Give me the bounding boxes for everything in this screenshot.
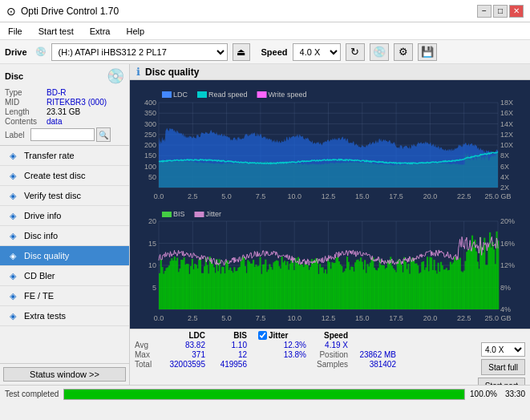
sidebar-item-disc-quality[interactable]: ◈ Disc quality: [0, 246, 129, 266]
sidebar-item-transfer-rate[interactable]: ◈ Transfer rate: [0, 146, 129, 166]
drive-toolbar: Drive 💿 (H:) ATAPI iHBS312 2 PL17 ⏏ Spee…: [0, 40, 530, 64]
disc-length-value: 23.31 GB: [47, 107, 80, 116]
disc-contents-row: Contents data: [5, 117, 124, 126]
title-bar-controls: − □ ✕: [477, 5, 524, 18]
stats-max-row: Max 371 12 13.8% Position 23862 MB: [135, 350, 470, 359]
avg-label: Avg: [135, 341, 157, 349]
speed-label: Speed: [261, 47, 288, 57]
progress-bar: [63, 389, 465, 400]
sidebar-item-disc-info[interactable]: ◈ Disc info: [0, 226, 129, 246]
status-window-button[interactable]: Status window >>: [3, 367, 126, 382]
disc-mid-value: RITEKBR3 (000): [47, 98, 107, 107]
menu-file[interactable]: File: [3, 26, 27, 37]
create-test-disc-label: Create test disc: [24, 171, 85, 180]
stats-avg-row: Avg 83.82 1.10 12.3% 4.19 X: [135, 341, 470, 349]
disc-info-icon: ◈: [6, 229, 19, 242]
sidebar-item-create-test-disc[interactable]: ◈ Create test disc: [0, 166, 129, 186]
verify-test-disc-icon: ◈: [6, 189, 19, 202]
max-jitter: 13.8%: [258, 350, 306, 359]
main-area: Disc 💿 Type BD-R MID RITEKBR3 (000) Leng…: [0, 64, 530, 385]
bottom-chart-container: [133, 205, 527, 325]
disc-button[interactable]: 💿: [370, 43, 389, 61]
menu-extra[interactable]: Extra: [85, 26, 115, 37]
stats-header-sep: [249, 331, 257, 340]
stats-header-empty: [135, 331, 157, 340]
chart-header-title: Disc quality: [145, 67, 199, 78]
disc-contents-value: data: [47, 117, 62, 126]
chart-header-icon: ℹ: [136, 66, 140, 78]
cd-bler-icon: ◈: [6, 269, 19, 282]
position-label: Position: [308, 350, 348, 359]
stats-header-speed: Speed: [308, 331, 348, 340]
avg-bis: 1.10: [207, 341, 247, 349]
disc-length-label: Length: [5, 107, 47, 116]
progress-bar-fill: [64, 390, 464, 399]
disc-quality-label: Disc quality: [24, 251, 69, 260]
stats-header-bis: BIS: [207, 331, 247, 340]
maximize-button[interactable]: □: [493, 5, 508, 18]
app-title: Opti Drive Control 1.70: [21, 6, 119, 17]
status-text: Test completed: [5, 390, 59, 398]
stats-table: LDC BIS Jitter Speed Avg 83.82 1.10 12.3…: [135, 331, 470, 369]
transfer-rate-icon: ◈: [6, 149, 19, 162]
eject-button[interactable]: ⏏: [233, 43, 250, 61]
create-test-disc-icon: ◈: [6, 169, 19, 182]
speed-select[interactable]: 4.0 X: [293, 43, 341, 61]
start-full-button[interactable]: Start full: [481, 359, 525, 375]
max-position: 23862 MB: [350, 350, 396, 359]
samples-label: Samples: [308, 360, 348, 369]
save-button[interactable]: 💾: [418, 43, 437, 61]
progress-time: 33:30: [505, 390, 525, 398]
max-label: Max: [135, 350, 157, 359]
disc-panel: Disc 💿 Type BD-R MID RITEKBR3 (000) Leng…: [0, 64, 129, 146]
sidebar-item-drive-info[interactable]: ◈ Drive info: [0, 206, 129, 226]
disc-label-row: Label 🔍: [5, 127, 124, 142]
disc-mid-label: MID: [5, 98, 47, 107]
menu-help[interactable]: Help: [121, 26, 149, 37]
disc-length-row: Length 23.31 GB: [5, 107, 124, 116]
title-bar: ⊙ Opti Drive Control 1.70 − □ ✕: [0, 0, 530, 22]
sidebar-item-cd-bler[interactable]: ◈ CD Bler: [0, 266, 129, 286]
disc-quality-icon: ◈: [6, 249, 19, 262]
total-sep: [249, 360, 257, 369]
sidebar: Disc 💿 Type BD-R MID RITEKBR3 (000) Leng…: [0, 64, 130, 385]
jitter-label: Jitter: [269, 331, 288, 340]
close-button[interactable]: ✕: [509, 5, 524, 18]
drive-info-icon: ◈: [6, 209, 19, 222]
sidebar-item-verify-test-disc[interactable]: ◈ Verify test disc: [0, 186, 129, 206]
top-chart-container: [133, 83, 527, 204]
stats-headers: LDC BIS Jitter Speed: [135, 331, 470, 340]
refresh-button[interactable]: ↻: [346, 43, 365, 61]
avg-ldc: 83.82: [159, 341, 205, 349]
verify-test-disc-label: Verify test disc: [24, 191, 81, 200]
fe-te-icon: ◈: [6, 289, 19, 302]
stats-header-jitter: Jitter: [258, 331, 306, 340]
start-part-button[interactable]: Start part: [478, 378, 525, 385]
total-samples: 381402: [350, 360, 396, 369]
minimize-button[interactable]: −: [477, 5, 492, 18]
disc-image-icon: 💿: [107, 67, 124, 85]
top-chart-canvas: [133, 83, 527, 204]
disc-label-input[interactable]: [30, 128, 95, 141]
charts-wrapper: [130, 80, 530, 329]
avg-speed: 4.19 X: [308, 341, 348, 349]
drive-select[interactable]: (H:) ATAPI iHBS312 2 PL17: [51, 43, 228, 61]
menu-start-test[interactable]: Start test: [34, 26, 79, 37]
sidebar-item-extra-tests[interactable]: ◈ Extra tests: [0, 306, 129, 326]
disc-label-text: Label: [5, 131, 30, 139]
total-bis: 419956: [207, 360, 247, 369]
jitter-checkbox[interactable]: [258, 331, 267, 340]
disc-label-btn[interactable]: 🔍: [96, 127, 111, 142]
max-sep: [249, 350, 257, 359]
sidebar-item-fe-te[interactable]: ◈ FE / TE: [0, 286, 129, 306]
content-area: ℹ Disc quality LDC BIS: [130, 64, 530, 385]
bottom-speed-select[interactable]: 4.0 X: [481, 342, 525, 357]
title-bar-left: ⊙ Opti Drive Control 1.70: [6, 5, 119, 18]
stats-total-row: Total 32003595 419956 Samples 381402: [135, 360, 470, 369]
total-jitter-empty: [258, 360, 306, 369]
cd-bler-label: CD Bler: [24, 271, 55, 281]
settings-button[interactable]: ⚙: [394, 43, 413, 61]
app-icon: ⊙: [6, 5, 16, 18]
disc-contents-label: Contents: [5, 117, 47, 126]
avg-jitter: 12.3%: [258, 341, 306, 349]
